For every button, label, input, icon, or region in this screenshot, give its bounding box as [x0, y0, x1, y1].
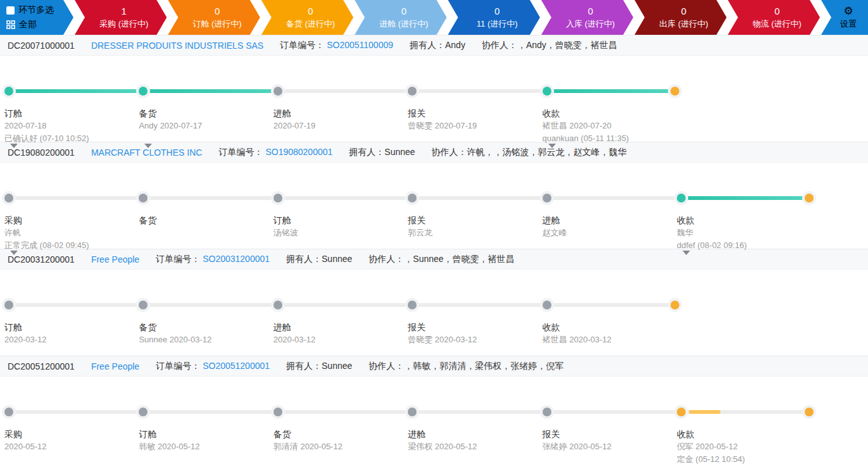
stage-label: 入库 (进行中): [566, 19, 615, 29]
expand-arrow[interactable]: [548, 144, 556, 148]
multi-select-toggle[interactable]: 环节多选: [6, 4, 71, 16]
stage-label: 11 (进行中): [477, 19, 518, 29]
company-link[interactable]: Free People: [91, 361, 139, 371]
stage-info: 报关曾晓雯 2020-07-19: [408, 107, 538, 132]
stage-line2: 郭清清 2020-05-12: [274, 440, 403, 453]
timeline-dot: [139, 87, 148, 96]
timeline-dot: [408, 87, 417, 96]
stage-name: 进舱: [543, 214, 672, 227]
timeline-segment: [547, 196, 681, 200]
timeline-segment: [412, 303, 546, 307]
expand-arrow[interactable]: [682, 251, 690, 255]
stage-info: 进舱赵文峰: [543, 214, 672, 239]
stage-name: 订舱: [4, 107, 134, 120]
timeline: 采购许帆正常完成 (08-02 09:45)备货订舱汤铭波报关郭云龙进舱赵文峰收…: [0, 163, 868, 249]
stage-info: 订舱2020-07-18已确认好 (07-10 10:52): [4, 107, 134, 145]
order-no-label: 订单编号：: [156, 254, 200, 265]
stage-info: 收款褚世昌 2020-03-12: [543, 321, 672, 346]
stage-label: 采购 (进行中): [99, 19, 148, 29]
timeline-dot: [274, 408, 282, 416]
company-link[interactable]: Free People: [91, 254, 139, 265]
timeline-segment: [412, 89, 546, 93]
order-row: DC20031200001Free People订单编号：SO200312000…: [0, 249, 868, 356]
stage-info: 进舱2020-03-12: [274, 321, 403, 346]
order-no-link[interactable]: SO20031200001: [203, 254, 270, 265]
order-row: DC20051200001Free People订单编号：SO200512000…: [0, 356, 868, 463]
timeline-dot: [543, 408, 551, 416]
timeline-dot: [4, 194, 13, 202]
company-link[interactable]: MARCRAFT CLOTHES INC: [91, 147, 203, 158]
stage-count: 0: [308, 6, 313, 18]
stage-label: 进舱 (进行中): [379, 19, 428, 29]
owner-text: 拥有人：Sunnee: [286, 361, 352, 372]
timeline-segment: [547, 303, 675, 307]
order-row: DC19080200001MARCRAFT CLOTHES INC订单编号：SO…: [0, 142, 868, 249]
expand-arrow[interactable]: [10, 144, 18, 148]
owner-text: 拥有人：Sunnee: [286, 254, 352, 265]
timeline-dot: [543, 301, 551, 309]
company-link[interactable]: DRESSER PRODUITS INDUSTRIELS SAS: [91, 40, 263, 51]
timeline-end-dot: [805, 194, 814, 202]
order-no-link[interactable]: SO20051100009: [327, 40, 393, 51]
timeline-dot: [543, 194, 551, 202]
order-no-label: 订单编号：: [156, 361, 200, 372]
timeline: 采购2020-05-12订舱韩敏 2020-05-12备货郭清清 2020-05…: [0, 377, 868, 463]
stage-info: 采购许帆正常完成 (08-02 09:45): [4, 214, 134, 252]
stage-chevron-7[interactable]: 0物流 (进行中): [728, 0, 820, 35]
stage-chevron-1[interactable]: 0订舱 (进行中): [168, 0, 260, 35]
timeline-segment: [9, 303, 143, 307]
timeline-segment: [278, 196, 412, 200]
gear-icon: ⚙: [843, 6, 853, 16]
timeline-segment: [547, 89, 675, 93]
stage-line3: 正常完成 (08-02 09:45): [4, 239, 134, 252]
timeline-dot: [543, 87, 551, 96]
stage-name: 备货: [139, 321, 268, 333]
stage-info: 订舱韩敏 2020-05-12: [139, 428, 268, 453]
stage-info: 备货Andy 2020-07-17: [139, 107, 268, 132]
stage-count: 0: [215, 6, 220, 18]
order-no-label: 订单编号：: [280, 40, 324, 51]
stage-info: 收款魏华ddfef (08-02 09:16): [677, 214, 807, 252]
stage-chevron-0[interactable]: 1采购 (进行中): [75, 0, 167, 35]
collaborators-text: 协作人：许帆，，汤铭波，郭云龙，赵文峰，魏华: [432, 147, 627, 158]
timeline-dot: [408, 194, 417, 202]
timeline-segment: [143, 196, 277, 200]
stage-label: 订舱 (进行中): [192, 19, 241, 29]
stage-label: 备货 (进行中): [286, 19, 335, 29]
stage-chevron-5[interactable]: 0入库 (进行中): [541, 0, 633, 35]
stage-chevron-2[interactable]: 0备货 (进行中): [261, 0, 353, 35]
collaborators-text: 协作人：，Andy，曾晓雯，褚世昌: [482, 40, 617, 51]
timeline-segment: [547, 410, 681, 414]
timeline-segment: [143, 303, 277, 307]
stage-line2: 2020-05-12: [4, 440, 134, 453]
stage-name: 收款: [543, 321, 672, 333]
order-no-group: 订单编号：SO20031200001: [156, 254, 270, 265]
settings-button[interactable]: ⚙ 设置: [821, 0, 868, 35]
stage-chevron-4[interactable]: 011 (进行中): [448, 0, 540, 35]
stage-label: 出库 (进行中): [659, 19, 708, 29]
pipeline-header: 环节多选 全部 1采购 (进行中)0订舱 (进行中)0备货 (进行中)0进舱 (…: [0, 0, 868, 35]
timeline-segment: [412, 410, 546, 414]
stage-name: 订舱: [274, 214, 403, 227]
order-no-link[interactable]: SO19080200001: [265, 147, 332, 158]
stage-count: 0: [494, 6, 500, 18]
checkbox-icon[interactable]: [6, 6, 15, 15]
timeline-dot: [408, 408, 417, 416]
stage-info: 备货: [139, 214, 268, 227]
order-code: DC19080200001: [8, 147, 75, 158]
stage-filter-block: 环节多选 全部: [0, 0, 73, 35]
expand-arrow[interactable]: [144, 144, 152, 148]
owner-text: 拥有人：Sunnee: [349, 147, 415, 158]
order-no-link[interactable]: SO20051200001: [203, 361, 270, 372]
order-no-group: 订单编号：SO20051200001: [156, 361, 270, 372]
all-stages-filter[interactable]: 全部: [6, 19, 71, 30]
stage-line3: 定金 (05-12 10:54): [677, 453, 807, 466]
expand-arrow[interactable]: [10, 251, 18, 255]
timeline-dot: [408, 301, 417, 309]
stage-line2: 2020-07-18: [4, 120, 134, 132]
stage-chevron-3[interactable]: 0进舱 (进行中): [355, 0, 446, 35]
stage-chevron-6[interactable]: 0出库 (进行中): [634, 0, 726, 35]
stage-line2: 褚世昌 2020-07-20: [543, 120, 672, 132]
stage-line2: 赵文峰: [543, 227, 672, 239]
stage-info: 备货Sunnee 2020-03-12: [139, 321, 268, 346]
